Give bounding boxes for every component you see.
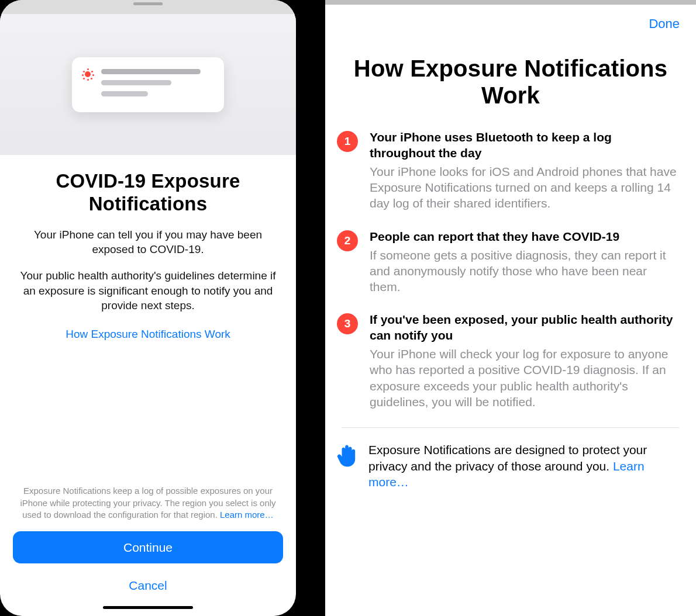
how-it-works-link[interactable]: How Exposure Notifications Work: [0, 328, 296, 341]
step-2: 2 People can report that they have COVID…: [337, 229, 678, 295]
onboarding-screen-1: COVID-19 Exposure Notifications Your iPh…: [0, 0, 296, 616]
notification-skeleton-lines: [101, 68, 213, 104]
step-number-badge: 2: [337, 230, 358, 251]
step-title: Your iPhone uses Bluetooth to keep a log…: [370, 130, 678, 161]
page-title: How Exposure Notifications Work: [325, 32, 696, 130]
cancel-button[interactable]: Cancel: [13, 569, 283, 601]
nav-bar: Done: [325, 5, 696, 32]
hero-illustration: [0, 14, 296, 155]
privacy-row: Exposure Notifications are designed to p…: [325, 442, 696, 490]
privacy-text: Exposure Notifications are designed to p…: [368, 442, 680, 490]
how-it-works-screen: Done How Exposure Notifications Work 1 Y…: [325, 0, 696, 616]
privacy-text-body: Exposure Notifications are designed to p…: [368, 443, 647, 472]
step-3: 3 If you've been exposed, your public he…: [337, 312, 678, 410]
step-description: Your iPhone will check your log for expo…: [370, 346, 678, 410]
step-title: If you've been exposed, your public heal…: [370, 312, 678, 344]
step-description: If someone gets a positive diagnosis, th…: [370, 247, 678, 295]
intro-paragraph-1: Your iPhone can tell you if you may have…: [0, 216, 296, 257]
page-title: COVID-19 Exposure Notifications: [0, 155, 296, 216]
step-title: People can report that they have COVID-1…: [370, 229, 678, 245]
home-indicator[interactable]: [103, 606, 193, 609]
divider: [342, 427, 680, 428]
steps-list: 1 Your iPhone uses Bluetooth to keep a l…: [325, 130, 696, 410]
step-number-badge: 1: [337, 131, 358, 152]
learn-more-link[interactable]: Learn more…: [220, 510, 274, 520]
notification-card-illustration: [72, 57, 224, 112]
done-button[interactable]: Done: [649, 16, 680, 32]
step-description: Your iPhone looks for iOS and Android ph…: [370, 164, 678, 212]
virus-icon: [82, 69, 93, 79]
sheet-grabber-area: [0, 0, 296, 14]
intro-paragraph-2: Your public health authority's guideline…: [0, 257, 296, 313]
hand-stop-icon: [337, 444, 356, 465]
fine-print: Exposure Notifications keep a log of pos…: [13, 485, 283, 531]
continue-button[interactable]: Continue: [13, 531, 283, 563]
sheet-grabber[interactable]: [133, 2, 163, 5]
step-1: 1 Your iPhone uses Bluetooth to keep a l…: [337, 130, 678, 212]
step-number-badge: 3: [337, 313, 358, 334]
status-bar-placeholder: [325, 0, 696, 5]
